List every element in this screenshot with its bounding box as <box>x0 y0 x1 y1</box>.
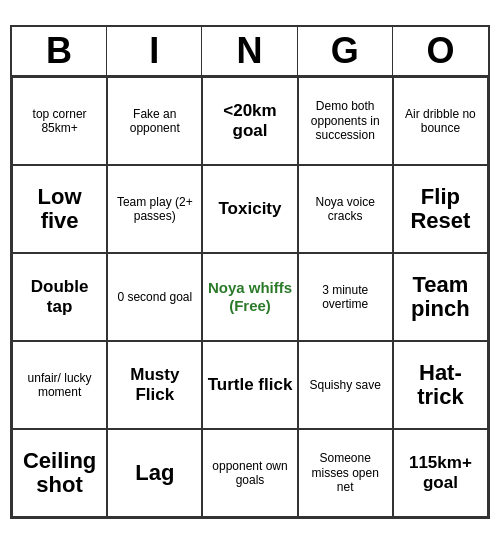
header-letter: G <box>298 27 393 75</box>
grid-cell[interactable]: Demo both opponents in succession <box>298 77 393 165</box>
grid-cell[interactable]: Ceiling shot <box>12 429 107 517</box>
bingo-card: BINGO top corner 85km+Fake an opponent<2… <box>10 25 490 519</box>
grid-cell[interactable]: Team play (2+ passes) <box>107 165 202 253</box>
grid-cell[interactable]: Musty Flick <box>107 341 202 429</box>
grid-cell[interactable]: Low five <box>12 165 107 253</box>
grid-cell[interactable]: top corner 85km+ <box>12 77 107 165</box>
grid-cell[interactable]: 3 minute overtime <box>298 253 393 341</box>
grid-cell[interactable]: 115km+ goal <box>393 429 488 517</box>
grid-cell[interactable]: Toxicity <box>202 165 297 253</box>
header-letter: B <box>12 27 107 75</box>
grid-cell[interactable]: Air dribble no bounce <box>393 77 488 165</box>
bingo-grid: top corner 85km+Fake an opponent<20km go… <box>12 77 488 517</box>
grid-cell[interactable]: Turtle flick <box>202 341 297 429</box>
grid-cell[interactable]: Someone misses open net <box>298 429 393 517</box>
bingo-header: BINGO <box>12 27 488 77</box>
grid-cell[interactable]: Noya whiffs (Free) <box>202 253 297 341</box>
grid-cell[interactable]: opponent own goals <box>202 429 297 517</box>
header-letter: O <box>393 27 488 75</box>
grid-cell[interactable]: Squishy save <box>298 341 393 429</box>
grid-cell[interactable]: Flip Reset <box>393 165 488 253</box>
header-letter: I <box>107 27 202 75</box>
grid-cell[interactable]: 0 second goal <box>107 253 202 341</box>
grid-cell[interactable]: Fake an opponent <box>107 77 202 165</box>
header-letter: N <box>202 27 297 75</box>
grid-cell[interactable]: Lag <box>107 429 202 517</box>
grid-cell[interactable]: <20km goal <box>202 77 297 165</box>
grid-cell[interactable]: Hat-trick <box>393 341 488 429</box>
grid-cell[interactable]: Team pinch <box>393 253 488 341</box>
grid-cell[interactable]: Double tap <box>12 253 107 341</box>
grid-cell[interactable]: Noya voice cracks <box>298 165 393 253</box>
grid-cell[interactable]: unfair/ lucky moment <box>12 341 107 429</box>
